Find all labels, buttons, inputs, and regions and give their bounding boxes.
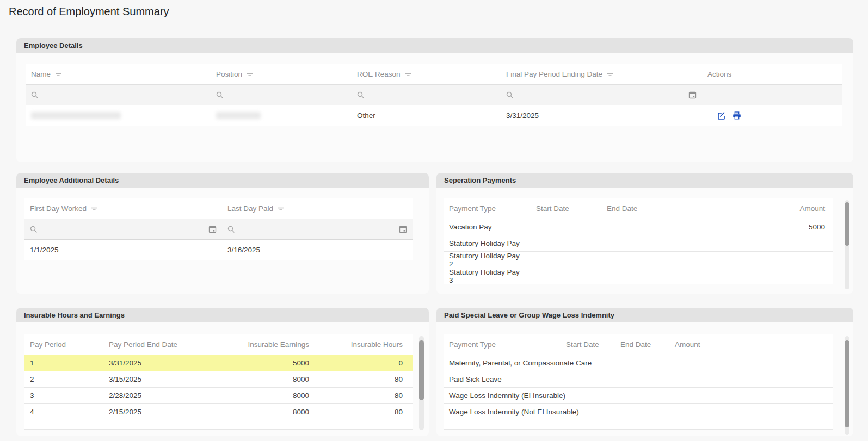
calendar-icon[interactable]	[688, 91, 697, 99]
amount-cell	[737, 404, 833, 420]
column-header-name[interactable]: Name	[26, 64, 211, 84]
scrollbar-thumb[interactable]	[845, 340, 849, 427]
roe-reason-filter-cell	[352, 85, 501, 105]
insurable-hours-scrollbar[interactable]	[419, 336, 424, 430]
start-date-cell	[629, 355, 683, 371]
separation-payments-card-header: Seperation Payments	[436, 173, 853, 188]
paid-special-leave-row[interactable]: Paid Sick Leave	[444, 371, 833, 388]
search-icon	[216, 91, 224, 99]
employee-details-header-row: Name Position ROE Reason Final Pay Perio…	[26, 64, 842, 85]
amount-cell	[737, 371, 833, 387]
amount-cell	[672, 252, 833, 268]
paid-special-leave-grid: Payment Type Start Date End Date Amount …	[444, 334, 833, 430]
filter-icon[interactable]	[90, 206, 98, 212]
separation-payments-grid: Payment Type Start Date End Date Amount …	[444, 198, 833, 284]
insurable-hours-cell: 80	[315, 404, 413, 420]
name-filter-cell	[26, 85, 211, 105]
edit-button[interactable]	[717, 111, 726, 120]
amount-cell: 5000	[672, 219, 833, 235]
first-day-worked-filter-cell	[24, 219, 222, 239]
column-header-payment-type: Payment Type	[444, 198, 531, 219]
column-header-first-day-worked[interactable]: First Day Worked	[24, 198, 222, 219]
position-filter-input[interactable]	[227, 85, 346, 105]
print-button[interactable]	[732, 111, 741, 120]
partial-row	[444, 420, 833, 430]
paid-special-leave-header-row: Payment Type Start Date End Date Amount	[444, 334, 833, 355]
start-date-cell	[531, 268, 601, 284]
insurable-hours-row-selected[interactable]: 1 3/31/2025 5000 0	[24, 355, 413, 371]
paid-special-leave-row[interactable]: Wage Loss Indemnity (Not EI Insurable)	[444, 404, 833, 420]
paid-special-leave-row[interactable]: Maternity, Parental, or Compassionate Ca…	[444, 355, 833, 371]
column-header-last-day-paid[interactable]: Last Day Paid	[222, 198, 413, 219]
first-day-worked-filter-input[interactable]	[41, 219, 205, 239]
payment-type-cell: Statutory Holiday Pay	[444, 235, 531, 251]
end-date-cell	[683, 388, 737, 403]
paid-special-leave-row[interactable]: Wage Loss Indemnity (EI Insurable)	[444, 388, 833, 404]
redacted-position	[216, 112, 261, 119]
paid-special-leave-scrollbar[interactable]	[845, 336, 849, 435]
payment-type-cell: Wage Loss Indemnity (Not EI Insurable)	[444, 404, 629, 420]
search-icon	[227, 226, 235, 233]
separation-payments-scrollbar[interactable]	[845, 200, 849, 289]
start-date-cell	[531, 219, 601, 235]
payment-type-cell: Statutory Holiday Pay 3	[444, 268, 531, 284]
column-header-roe-reason[interactable]: ROE Reason	[352, 64, 501, 84]
separation-payment-row[interactable]: Vacation Pay 5000	[444, 219, 833, 235]
payment-type-cell: Paid Sick Leave	[444, 371, 629, 387]
separation-payment-row[interactable]: Statutory Holiday Pay	[444, 235, 833, 252]
employee-details-row[interactable]: Other 3/31/2025	[26, 105, 842, 126]
insurable-hours-cell: 80	[315, 388, 413, 403]
filter-icon[interactable]	[54, 71, 62, 78]
end-date-cell	[601, 252, 672, 268]
end-date-cell	[683, 355, 737, 371]
filter-icon[interactable]	[606, 71, 614, 78]
column-header-amount: Amount	[672, 198, 833, 219]
start-date-cell	[629, 371, 683, 387]
employee-additional-details-card-header: Employee Additional Details	[16, 173, 429, 188]
amount-cell	[737, 355, 833, 371]
insurable-earnings-cell: 8000	[218, 404, 315, 420]
insurable-hours-row[interactable]: 3 2/28/2025 8000 80	[24, 388, 413, 404]
employee-additional-details-card: Employee Additional Details First Day Wo…	[16, 173, 429, 294]
additional-details-header-row: First Day Worked Last Day Paid	[24, 198, 413, 219]
final-date-filter-input[interactable]	[518, 85, 685, 105]
additional-details-row[interactable]: 1/1/2025 3/16/2025	[24, 240, 413, 260]
calendar-icon[interactable]	[399, 225, 407, 233]
last-day-paid-cell: 3/16/2025	[222, 240, 413, 260]
filter-icon[interactable]	[404, 71, 412, 78]
column-header-position[interactable]: Position	[211, 64, 352, 84]
final-date-filter-cell	[501, 85, 702, 105]
search-icon	[30, 226, 38, 233]
column-header-insurable-hours: Insurable Hours	[315, 334, 413, 355]
roe-reason-filter-input[interactable]	[368, 85, 495, 105]
search-icon	[357, 91, 365, 99]
start-date-cell	[531, 235, 601, 251]
additional-details-filter-row	[24, 219, 413, 240]
insurable-hours-row[interactable]: 4 2/15/2025 8000 80	[24, 404, 413, 420]
separation-payment-row[interactable]: Statutory Holiday Pay 2	[444, 252, 833, 268]
insurable-hours-grid: Pay Period Pay Period End Date Insurable…	[24, 334, 413, 430]
insurable-earnings-cell: 8000	[218, 371, 315, 387]
calendar-icon[interactable]	[208, 225, 217, 233]
separation-payment-row[interactable]: Statutory Holiday Pay 3	[444, 268, 833, 284]
insurable-hours-cell: 0	[315, 355, 413, 371]
filter-icon[interactable]	[277, 206, 285, 212]
end-date-cell	[683, 371, 737, 387]
last-day-paid-filter-input[interactable]	[239, 219, 395, 239]
insurable-hours-header-row: Pay Period Pay Period End Date Insurable…	[24, 334, 413, 355]
column-header-amount: Amount	[669, 334, 724, 355]
pay-period-cell: 1	[24, 355, 103, 371]
scrollbar-thumb[interactable]	[845, 202, 849, 246]
filter-icon[interactable]	[246, 71, 254, 78]
paid-special-leave-title: Paid Special Leave or Group Wage Loss In…	[444, 311, 614, 319]
insurable-hours-row[interactable]: 2 3/15/2025 8000 80	[24, 371, 413, 388]
scrollbar-thumb[interactable]	[419, 340, 424, 400]
column-header-payment-type: Payment Type	[444, 334, 561, 355]
column-header-final-pay-period-ending-date[interactable]: Final Pay Period Ending Date	[501, 64, 702, 84]
name-filter-input[interactable]	[42, 85, 205, 105]
amount-cell	[672, 268, 833, 284]
start-date-cell	[629, 404, 683, 420]
position-filter-cell	[211, 85, 352, 105]
name-cell	[26, 105, 211, 126]
pay-period-cell: 2	[24, 371, 103, 387]
